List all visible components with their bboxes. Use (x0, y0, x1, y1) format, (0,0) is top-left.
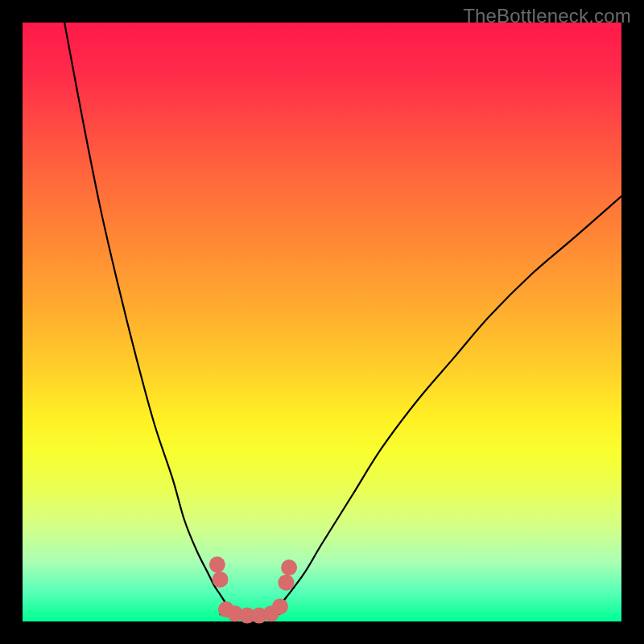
plot-area (23, 23, 621, 621)
data-point (272, 598, 288, 614)
data-point (209, 556, 225, 572)
data-point (278, 575, 294, 591)
data-point (213, 572, 229, 588)
right-curve (274, 196, 621, 613)
data-point (281, 559, 297, 576)
left-curve (64, 23, 238, 613)
chart-frame: TheBottleneck.com (0, 0, 644, 644)
marker-group (209, 556, 297, 623)
chart-svg (23, 23, 621, 621)
watermark-text: TheBottleneck.com (463, 5, 631, 27)
